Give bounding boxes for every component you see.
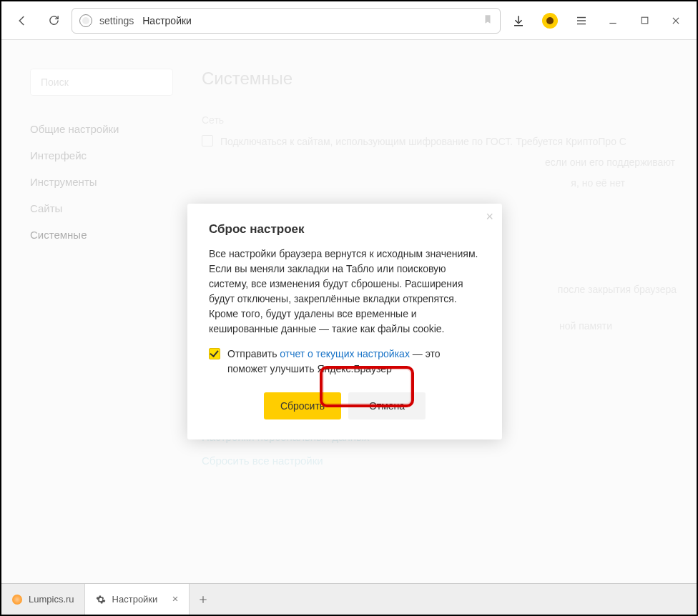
sidebar-item-sites[interactable]: Сайты — [30, 195, 173, 222]
tab-lumpics[interactable]: Lumpics.ru — [1, 584, 85, 615]
checkbox-icon — [202, 135, 213, 146]
downloads-button[interactable] — [505, 9, 532, 33]
address-title: Настройки — [142, 15, 192, 26]
sidebar-item-tools[interactable]: Инструменты — [30, 169, 173, 195]
tab-label: Lumpics.ru — [29, 594, 74, 605]
gear-icon — [95, 594, 107, 605]
favicon-icon — [11, 594, 23, 605]
option-fragment: ной памяти — [559, 319, 612, 334]
extension-button[interactable] — [536, 9, 564, 33]
option-fragment: я, но её нет — [571, 176, 625, 191]
dialog-close-button[interactable]: × — [486, 209, 493, 224]
sidebar-item-interface[interactable]: Интерфейс — [30, 142, 173, 169]
cancel-button[interactable]: Отмена — [348, 392, 426, 419]
address-bar[interactable]: settings Настройки — [72, 8, 501, 34]
bookmark-icon[interactable] — [483, 14, 493, 27]
window-maximize-button[interactable] — [631, 9, 658, 33]
window-close-button[interactable] — [662, 9, 689, 33]
svg-rect-0 — [642, 17, 648, 24]
link-reset-all[interactable]: Сбросить все настройки — [202, 454, 689, 467]
section-title-network: Сеть — [202, 114, 689, 126]
sidebar-item-system[interactable]: Системные — [30, 222, 173, 248]
send-report-checkbox[interactable]: Отправить отчет о текущих настройках — э… — [209, 347, 481, 377]
sidebar-item-general[interactable]: Общие настройки — [30, 116, 173, 142]
option-gost[interactable]: Подключаться к сайтам, использующим шифр… — [202, 134, 689, 149]
browser-toolbar: settings Настройки — [1, 1, 697, 40]
dialog-title: Сброс настроек — [209, 222, 481, 237]
extension-icon — [542, 13, 558, 29]
new-tab-button[interactable] — [190, 584, 217, 615]
menu-button[interactable] — [568, 9, 595, 33]
report-link[interactable]: отчет о текущих настройках — [280, 348, 410, 359]
tab-settings[interactable]: Настройки — [85, 584, 190, 615]
tab-label: Настройки — [112, 594, 158, 605]
reset-settings-dialog: × Сброс настроек Все настройки браузера … — [187, 204, 502, 439]
settings-sidebar: Поиск Общие настройки Интерфейс Инструме… — [30, 69, 173, 569]
option-fragment: если они его поддерживают — [545, 155, 675, 170]
site-identity-icon — [79, 14, 92, 27]
option-fragment: после закрытия браузера — [558, 282, 677, 297]
reset-button[interactable]: Сбросить — [264, 392, 341, 419]
checkbox-checked-icon — [209, 348, 220, 359]
back-button[interactable] — [9, 9, 36, 33]
dialog-body: Все настройки браузера вернутся к исходн… — [209, 247, 481, 337]
tab-close-button[interactable] — [163, 594, 179, 605]
reload-button[interactable] — [40, 9, 67, 33]
checkbox-label: Отправить отчет о текущих настройках — э… — [227, 347, 481, 377]
page-heading: Системные — [202, 69, 689, 89]
address-key: settings — [99, 15, 134, 26]
window-minimize-button[interactable] — [599, 9, 626, 33]
tab-bar: Lumpics.ru Настройки — [1, 583, 697, 615]
settings-search-input[interactable]: Поиск — [30, 69, 173, 96]
